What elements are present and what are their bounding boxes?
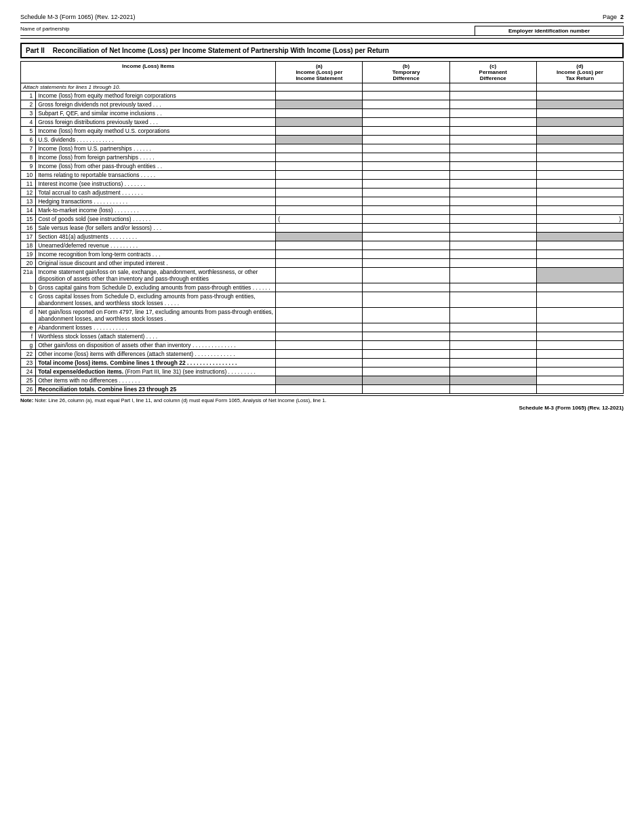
col-c-input[interactable] — [449, 109, 536, 118]
col-c-input[interactable] — [449, 136, 536, 144]
col-b-input[interactable] — [363, 292, 449, 308]
col-b-input[interactable] — [363, 233, 449, 241]
col-b-input[interactable] — [363, 259, 449, 268]
col-c-input[interactable] — [449, 188, 536, 197]
col-a-input[interactable] — [276, 250, 363, 259]
col-a-input[interactable] — [276, 332, 363, 341]
col-b-input[interactable] — [363, 171, 449, 180]
col-d-input[interactable] — [536, 92, 623, 100]
col-b-input[interactable] — [363, 359, 449, 368]
col-a-input[interactable] — [276, 171, 363, 180]
col-b-input[interactable] — [363, 109, 449, 118]
col-c-input[interactable] — [449, 233, 536, 241]
col-d-input[interactable] — [536, 283, 623, 292]
col-b-input[interactable] — [363, 268, 449, 283]
col-b-input[interactable] — [363, 385, 449, 394]
col-b-input[interactable] — [363, 283, 449, 292]
col-a-input[interactable] — [276, 92, 363, 100]
col-a-input[interactable] — [276, 136, 363, 144]
col-c-input[interactable] — [449, 206, 536, 215]
col-c-input[interactable] — [449, 162, 536, 171]
col-a-input[interactable] — [276, 359, 363, 368]
col-a-input[interactable] — [276, 292, 363, 308]
col-d-input[interactable] — [536, 250, 623, 259]
col-c-input[interactable] — [449, 100, 536, 109]
col-a-input[interactable] — [276, 341, 363, 350]
col-b-input[interactable] — [363, 180, 449, 188]
col-a-input[interactable] — [276, 241, 363, 250]
col-d-input[interactable] — [536, 385, 623, 394]
ein-box[interactable]: Employer identification number — [475, 26, 624, 36]
col-d-input[interactable]: ) — [536, 215, 623, 224]
col-a-input[interactable] — [276, 109, 363, 118]
col-d-input[interactable] — [536, 308, 623, 323]
col-d-input[interactable] — [536, 233, 623, 241]
col-c-input[interactable] — [449, 359, 536, 368]
col-d-input[interactable] — [536, 118, 623, 127]
col-a-input[interactable] — [276, 180, 363, 188]
col-a-input[interactable] — [276, 153, 363, 162]
col-b-input[interactable] — [363, 332, 449, 341]
col-c-input[interactable] — [449, 385, 536, 394]
col-a-input[interactable] — [276, 268, 363, 283]
col-d-input[interactable] — [536, 292, 623, 308]
col-d-input[interactable] — [536, 136, 623, 144]
col-b-input[interactable] — [363, 206, 449, 215]
col-d-input[interactable] — [536, 127, 623, 136]
col-a-input[interactable] — [276, 259, 363, 268]
col-c-input[interactable] — [449, 250, 536, 259]
col-c-input[interactable] — [449, 259, 536, 268]
col-a-input[interactable] — [276, 197, 363, 206]
col-c-input[interactable] — [449, 92, 536, 100]
col-b-input[interactable] — [363, 241, 449, 250]
col-c-input[interactable] — [449, 144, 536, 153]
col-b-input[interactable] — [363, 215, 449, 224]
col-a-input[interactable] — [276, 283, 363, 292]
col-c-input[interactable] — [449, 283, 536, 292]
col-d-input[interactable] — [536, 323, 623, 332]
col-b-input[interactable] — [363, 162, 449, 171]
col-a-input[interactable] — [276, 206, 363, 215]
col-a-input[interactable] — [276, 308, 363, 323]
col-d-input[interactable] — [536, 197, 623, 206]
col-d-input[interactable] — [536, 368, 623, 376]
col-d-input[interactable] — [536, 162, 623, 171]
col-c-input[interactable] — [449, 127, 536, 136]
col-d-input[interactable] — [536, 350, 623, 359]
col-a-input[interactable]: ( — [276, 215, 363, 224]
col-d-input[interactable] — [536, 144, 623, 153]
col-a-input[interactable] — [276, 233, 363, 241]
col-a-input[interactable] — [276, 376, 363, 385]
col-d-input[interactable] — [536, 109, 623, 118]
col-c-input[interactable] — [449, 292, 536, 308]
col-d-input[interactable] — [536, 153, 623, 162]
col-a-input[interactable] — [276, 323, 363, 332]
col-d-input[interactable] — [536, 188, 623, 197]
col-b-input[interactable] — [363, 197, 449, 206]
col-b-input[interactable] — [363, 250, 449, 259]
col-d-input[interactable] — [536, 224, 623, 233]
col-d-input[interactable] — [536, 259, 623, 268]
col-c-input[interactable] — [449, 268, 536, 283]
col-d-input[interactable] — [536, 376, 623, 385]
col-b-input[interactable] — [363, 341, 449, 350]
col-c-input[interactable] — [449, 197, 536, 206]
col-c-input[interactable] — [449, 308, 536, 323]
col-a-input[interactable] — [276, 118, 363, 127]
col-c-input[interactable] — [449, 341, 536, 350]
col-c-input[interactable] — [449, 153, 536, 162]
col-b-input[interactable] — [363, 188, 449, 197]
col-b-input[interactable] — [363, 118, 449, 127]
col-c-input[interactable] — [449, 350, 536, 359]
col-b-input[interactable] — [363, 323, 449, 332]
col-a-input[interactable] — [276, 188, 363, 197]
col-b-input[interactable] — [363, 308, 449, 323]
col-d-input[interactable] — [536, 268, 623, 283]
col-b-input[interactable] — [363, 350, 449, 359]
col-b-input[interactable] — [363, 376, 449, 385]
col-c-input[interactable] — [449, 180, 536, 188]
col-b-input[interactable] — [363, 224, 449, 233]
col-c-input[interactable] — [449, 332, 536, 341]
col-b-input[interactable] — [363, 153, 449, 162]
col-c-input[interactable] — [449, 224, 536, 233]
